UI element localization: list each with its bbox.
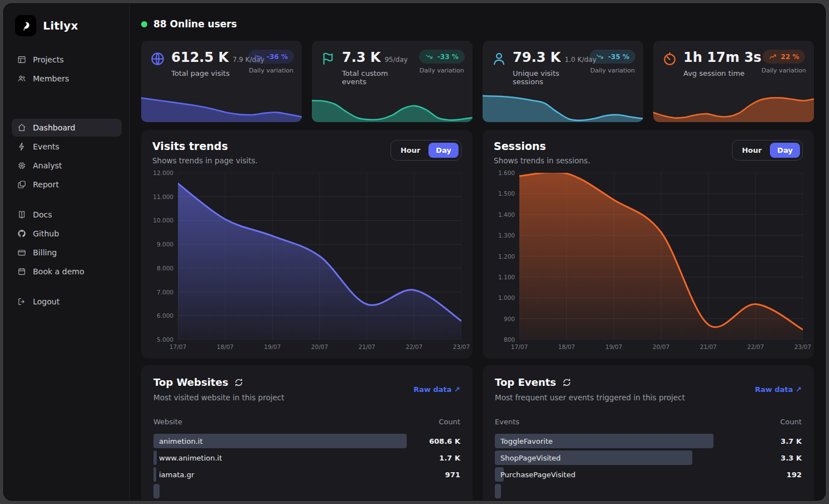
book-icon: [17, 210, 26, 219]
y-tick-label: 5.000: [157, 336, 173, 343]
wallet-icon: [17, 248, 26, 257]
daily-variation-label: Daily variation: [419, 67, 465, 74]
sidebar-item-label: Members: [33, 74, 69, 83]
x-tick-label: 18/07: [558, 343, 575, 350]
x-axis-labels: 17/0718/0719/0720/0721/0722/0723/07: [178, 340, 461, 352]
sidebar-item-book-a-demo[interactable]: Book a demo: [12, 263, 122, 280]
sidebar-item-analyst[interactable]: Analyst: [12, 157, 122, 175]
chart-area: 1.6001.5001.4001.3001.2001.1001.00090080…: [494, 173, 803, 352]
table-row[interactable]: PurchasePageVisited 192: [495, 467, 802, 482]
column-header-count: Count: [438, 418, 460, 426]
toggle-hour-button[interactable]: Hour: [393, 143, 427, 158]
sidebar-item-label: Logout: [33, 297, 60, 306]
table-row[interactable]: iamata.gr 971: [153, 467, 460, 482]
y-tick-label: 1.300: [498, 232, 515, 239]
stat-value: 612.5 K: [171, 50, 229, 65]
sidebar-item-label: Report: [33, 180, 59, 189]
sparkline: [483, 88, 643, 122]
chart-subtitle: Shows trends in page visits.: [152, 156, 258, 165]
sidebar-item-events[interactable]: Events: [12, 138, 122, 156]
user-icon: [491, 51, 507, 66]
x-tick-label: 22/07: [747, 343, 764, 350]
sidebar-item-docs[interactable]: Docs: [12, 206, 122, 224]
sidebar-item-logout[interactable]: Logout: [12, 293, 122, 311]
bar-track: ShopPageVisited: [495, 450, 761, 465]
sidebar-item-report[interactable]: Report: [12, 176, 122, 193]
x-tick-label: 23/07: [453, 343, 470, 350]
table-row[interactable]: ShopPageVisited 3.3 K: [495, 450, 802, 466]
trend-down-icon: [425, 52, 433, 61]
main-content: 88 Online users 612.5 K 7.9 K/day Total …: [130, 4, 825, 500]
sidebar-item-billing[interactable]: Billing: [12, 244, 122, 261]
bar-track: www.animetion.it: [153, 450, 420, 465]
x-tick-label: 23/07: [794, 343, 811, 350]
logout-icon: [17, 297, 26, 306]
row-count: 3.3 K: [761, 454, 802, 462]
lightning-icon: [17, 142, 26, 151]
row-name: www.animetion.it: [159, 454, 222, 462]
y-tick-label: 6.000: [157, 312, 173, 319]
app-title: Litlyx: [43, 19, 78, 32]
raw-data-link[interactable]: Raw data ↗: [413, 385, 460, 394]
stat-value: 7.3 K: [342, 50, 380, 65]
table-title: Top Websites: [153, 376, 228, 388]
sidebar-item-label: Dashboard: [33, 123, 75, 132]
value-bar: [153, 450, 157, 465]
variation-value: -33 %: [437, 53, 459, 61]
sidebar-item-projects[interactable]: Projects: [12, 51, 122, 69]
refresh-icon[interactable]: [234, 378, 243, 387]
row-name: ShopPageVisited: [500, 454, 561, 462]
x-tick-label: 21/07: [359, 343, 375, 350]
table-subtitle: Most visited website in this project: [153, 393, 284, 402]
sidebar-item-github[interactable]: Github: [12, 225, 122, 243]
refresh-icon[interactable]: [562, 378, 571, 387]
variation-badge: -36 %: [248, 50, 294, 64]
variation-value: -36 %: [267, 53, 288, 61]
x-tick-label: 22/07: [406, 343, 422, 350]
x-tick-label: 19/07: [605, 343, 622, 350]
x-tick-label: 19/07: [264, 343, 281, 350]
raw-data-link[interactable]: Raw data ↗: [755, 385, 802, 394]
table-row[interactable]: ToggleFavorite 3.7 K: [495, 433, 802, 449]
toggle-day-button[interactable]: Day: [770, 143, 800, 158]
stat-cards-row: 612.5 K 7.9 K/day Total page visits -36 …: [141, 41, 814, 122]
table-row[interactable]: animetion.it 608.6 K: [153, 433, 460, 449]
members-icon: [17, 74, 26, 83]
table-row[interactable]: www.animetion.it 1.7 K: [153, 450, 460, 466]
x-axis-labels: 17/0718/0719/0720/0721/0722/0723/07: [519, 340, 803, 352]
value-bar: [153, 484, 160, 498]
sidebar-item-label: Billing: [33, 248, 57, 257]
bar-track: ToggleFavorite: [495, 434, 761, 448]
column-header-item: Events: [495, 418, 519, 426]
sparkline: [653, 88, 814, 122]
y-tick-label: 12.000: [153, 169, 173, 176]
stat-label: Unique visits sessions: [513, 69, 584, 86]
stat-card-unique-visits-sessions: 79.3 K 1.0 K/day Unique visits sessions …: [483, 41, 643, 122]
row-name: PurchasePageVisited: [500, 471, 575, 479]
table-row[interactable]: [495, 483, 802, 499]
bar-track: animetion.it: [153, 434, 420, 448]
y-tick-label: 11.000: [153, 193, 173, 200]
table-rows: ToggleFavorite 3.7 K ShopPageVisited 3.3…: [495, 433, 802, 499]
row-name: animetion.it: [159, 437, 203, 445]
y-axis-labels: 12.00011.00010.0009.0008.0007.0006.0005.…: [152, 173, 178, 340]
toggle-day-button[interactable]: Day: [428, 143, 459, 158]
stat-card-avg-session-time: 1h 17m 3s Avg session time 22 % Daily va…: [653, 41, 814, 122]
visits-trends-card: Visits trends Shows trends in page visit…: [141, 130, 473, 358]
sidebar-item-members[interactable]: Members: [12, 70, 122, 88]
sidebar-item-dashboard[interactable]: Dashboard: [12, 119, 122, 137]
sparkline: [312, 88, 473, 122]
bar-track: PurchasePageVisited: [495, 467, 761, 482]
y-tick-label: 8.000: [157, 265, 173, 272]
variation-badge: -35 %: [590, 50, 635, 64]
table-subtitle: Most frequent user events triggered in t…: [495, 393, 685, 402]
y-tick-label: 9.000: [157, 241, 173, 248]
visits-area-chart: [178, 173, 461, 340]
logo-row[interactable]: Litlyx: [12, 13, 122, 41]
value-bar: [153, 467, 156, 482]
toggle-hour-button[interactable]: Hour: [735, 143, 769, 158]
table-row[interactable]: [153, 483, 460, 499]
row-count: 1.7 K: [420, 454, 460, 462]
charts-row: Visits trends Shows trends in page visit…: [141, 130, 814, 358]
stat-rate: 95/day: [384, 56, 407, 64]
